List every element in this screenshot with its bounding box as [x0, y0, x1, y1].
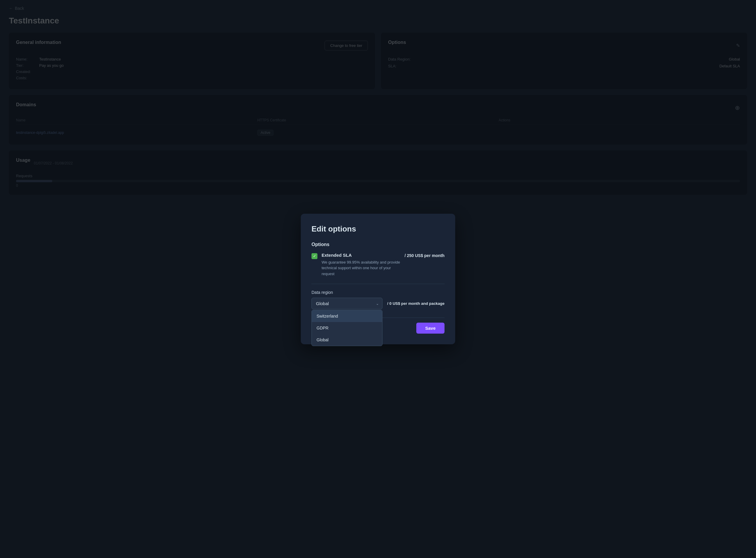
- modal-title: Edit options: [312, 224, 444, 234]
- modal-overlay: Edit options Options ✓ Extended SLA We g…: [0, 0, 756, 558]
- extended-sla-price: / 250 US$ per month: [405, 253, 444, 258]
- save-button[interactable]: Save: [416, 323, 444, 334]
- extended-sla-label: Extended SLA: [322, 253, 400, 258]
- extended-sla-checkbox[interactable]: ✓: [312, 253, 317, 259]
- checkmark-icon: ✓: [313, 254, 316, 258]
- dropdown-item-switzerland[interactable]: Switzerland: [312, 310, 382, 322]
- edit-options-modal: Edit options Options ✓ Extended SLA We g…: [301, 214, 455, 345]
- data-region-select-row: Global Switzerland GDPR ⌄ Switzerland GD…: [312, 298, 444, 309]
- data-region-select-wrapper: Global Switzerland GDPR ⌄ Switzerland GD…: [312, 298, 383, 309]
- dropdown-list: Switzerland GDPR Global: [312, 310, 383, 346]
- data-region-price: / 0 US$ per month and package: [387, 298, 444, 306]
- dropdown-item-global[interactable]: Global: [312, 334, 382, 346]
- extended-sla-content: Extended SLA We guarantee 99.95% availab…: [322, 253, 400, 277]
- extended-sla-checkbox-wrapper[interactable]: ✓: [312, 253, 317, 259]
- data-region-field-label: Data region: [312, 290, 444, 295]
- extended-sla-row: ✓ Extended SLA We guarantee 99.95% avail…: [312, 253, 444, 277]
- dropdown-item-gdpr[interactable]: GDPR: [312, 322, 382, 334]
- divider: [312, 284, 444, 284]
- modal-section-title: Options: [312, 242, 444, 247]
- data-region-select[interactable]: Global Switzerland GDPR: [312, 298, 383, 309]
- extended-sla-description: We guarantee 99.95% availability and pro…: [322, 259, 400, 277]
